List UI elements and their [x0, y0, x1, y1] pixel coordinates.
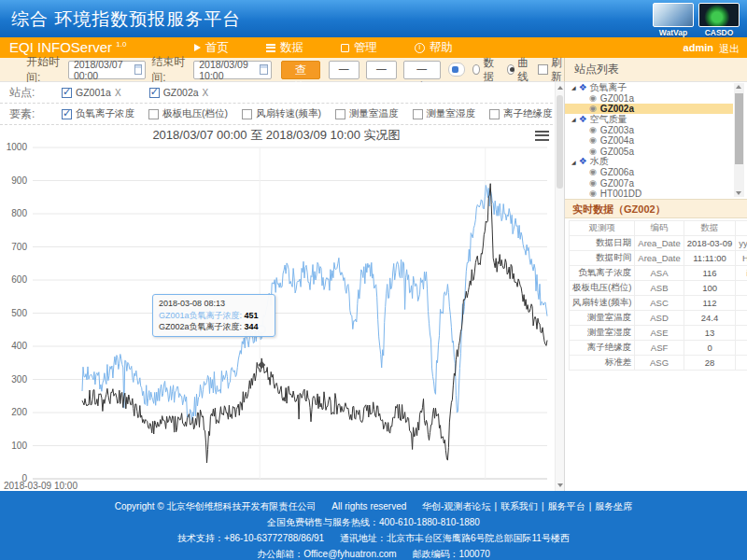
tree-station-GZ006a[interactable]: ◉GZ006a: [565, 167, 733, 177]
checkbox-icon[interactable]: [149, 88, 160, 98]
layers-diamond-icon: ❖: [579, 157, 587, 166]
element-checkbox-4[interactable]: 测量室温度: [335, 107, 399, 120]
chart-menu-icon[interactable]: [535, 131, 549, 141]
mini-toggle[interactable]: [448, 63, 466, 77]
footer-link-3[interactable]: 服务平台: [548, 501, 585, 511]
range-button-1[interactable]: 一天: [329, 61, 359, 79]
tree-group-1[interactable]: ◢❖负氧离子: [565, 82, 733, 92]
help-icon: [415, 43, 425, 53]
calendar-icon[interactable]: [134, 64, 143, 75]
range-button-3[interactable]: 一个月: [403, 61, 441, 79]
chart-canvas[interactable]: 010020030040050060070080090010002018-03-…: [0, 142, 553, 491]
remove-x-icon[interactable]: X: [115, 88, 121, 98]
checkbox-icon[interactable]: [489, 109, 500, 119]
casdo-logo[interactable]: CASDO: [698, 3, 740, 37]
station-chip-2[interactable]: GZ002aX: [149, 87, 209, 98]
station-circle-icon: ◉: [589, 189, 597, 198]
support-text: 技术支持：+86-10-63772788/86/91: [177, 533, 324, 543]
checkbox-icon[interactable]: [62, 109, 72, 119]
scroll-thumb[interactable]: [557, 95, 563, 189]
realtime-table: 观测项编码数据定义数据日期Area_Date2018-03-09yyyy-MM-…: [569, 220, 747, 371]
checkbox-icon[interactable]: [62, 88, 72, 98]
footer-link-1[interactable]: 华创-观测者论坛: [422, 501, 490, 511]
refresh-option[interactable]: 刷新: [538, 56, 564, 84]
range-button-2[interactable]: 一周: [366, 61, 397, 79]
expander-icon[interactable]: ◢: [571, 116, 576, 122]
checkbox-icon[interactable]: [148, 109, 159, 119]
tree-station-GZ001a[interactable]: ◉GZ001a: [565, 92, 733, 103]
scroll-up-icon[interactable]: [557, 86, 563, 90]
start-time-input[interactable]: 2018/03/07 00:00: [68, 61, 146, 79]
element-checkbox-1[interactable]: 负氧离子浓度: [62, 107, 134, 120]
chart-scrollbar[interactable]: [555, 82, 564, 491]
scroll-thumb[interactable]: [735, 93, 743, 164]
element-checkbox-6[interactable]: 离子绝缘度: [489, 107, 553, 120]
svg-text:1000: 1000: [7, 142, 28, 152]
nav-item-2[interactable]: 数据: [266, 40, 303, 56]
tree-station-label: GZ001a: [600, 93, 634, 104]
checkbox-icon[interactable]: [242, 109, 252, 119]
element-checkbox-3[interactable]: 风扇转速(频率): [242, 107, 321, 120]
watvap-logo-label: WatVap: [652, 28, 695, 37]
tree-station-GZ004a[interactable]: ◉GZ004a: [565, 135, 733, 146]
casdo-logo-image: [698, 3, 740, 27]
range-buttons: 一天一周一个月: [329, 61, 441, 79]
nav-item-1[interactable]: 首页: [194, 40, 229, 56]
element-checkbox-5[interactable]: 测量室湿度: [413, 107, 476, 120]
radio-icon[interactable]: [507, 64, 514, 75]
footer-link-4[interactable]: 服务坐席: [595, 501, 632, 511]
table-row: 测量室湿度ASE13%: [570, 326, 747, 341]
tree-station-GZ003a[interactable]: ◉GZ003a: [565, 125, 733, 135]
nav-item-label: 数据: [280, 40, 303, 56]
footer-link-2[interactable]: 联系我们: [500, 501, 538, 511]
tree-group-3[interactable]: ◢❖水质: [565, 157, 733, 167]
tree-station-HT001DD[interactable]: ◉HT001DD: [565, 189, 733, 199]
radio-icon[interactable]: [472, 64, 480, 75]
scroll-down-icon[interactable]: [557, 483, 563, 487]
tooltip-series-label: GZ001a负氧离子浓度:: [159, 311, 245, 320]
expander-icon[interactable]: ◢: [571, 84, 576, 91]
tooltip-value: 344: [245, 322, 259, 331]
remove-x-icon[interactable]: X: [203, 88, 209, 98]
watvap-logo[interactable]: WatVap: [652, 3, 695, 37]
table-cell: 离子绝缘度: [570, 341, 635, 356]
checkbox-icon[interactable]: [413, 109, 423, 119]
refresh-checkbox[interactable]: [538, 64, 548, 75]
table-row: 数据时间Area_Date11:11:00HH:mm:ss: [570, 251, 747, 266]
table-cell: 负氧离子浓度: [570, 266, 635, 281]
checkbox-icon[interactable]: [335, 109, 345, 119]
tree-scrollbar[interactable]: [734, 83, 744, 197]
postcode-text: 邮政编码：100070: [412, 549, 489, 559]
element-label: 测量室温度: [349, 107, 399, 120]
nav-item-3[interactable]: 管理: [341, 40, 377, 56]
element-label: 测量室湿度: [427, 107, 476, 120]
expander-icon[interactable]: ◢: [571, 159, 576, 165]
scroll-up-icon[interactable]: [736, 85, 741, 89]
tooltip-value: 451: [245, 311, 259, 320]
logout-link[interactable]: 退出: [719, 42, 740, 56]
tree-station-GZ007a[interactable]: ◉GZ007a: [565, 178, 733, 189]
table-cell: 标准差: [570, 356, 635, 371]
element-label: 极板电压(档位): [162, 107, 228, 120]
stations-row: 站点: GZ001aXGZ002aX: [0, 82, 553, 104]
table-cell: R: [736, 281, 747, 296]
column-header: 观测项: [570, 221, 635, 236]
stations-label: 站点:: [9, 85, 43, 101]
calendar-icon[interactable]: [260, 64, 268, 75]
view-option-1[interactable]: 数据: [472, 56, 498, 84]
view-option-label: 数据: [483, 56, 498, 84]
footer-line-copyright: Copyright © 北京华创维想科技开发有限责任公司 All rights …: [0, 501, 747, 512]
query-button[interactable]: 查询: [281, 61, 320, 79]
end-time-input[interactable]: 2018/03/09 10:00: [193, 61, 271, 79]
view-option-2[interactable]: 曲线: [507, 56, 532, 84]
nav-item-4[interactable]: 帮助: [415, 40, 453, 56]
layers-diamond-icon: ❖: [579, 115, 587, 124]
station-chip-1[interactable]: GZ001aX: [62, 87, 121, 98]
tree-station-label: GZ006a: [600, 167, 634, 177]
tree-group-2[interactable]: ◢❖空气质量: [565, 114, 733, 124]
element-label: 负氧离子浓度: [76, 107, 134, 120]
element-checkbox-2[interactable]: 极板电压(档位): [148, 107, 228, 120]
station-circle-icon: ◉: [589, 136, 597, 145]
scroll-down-icon[interactable]: [736, 191, 741, 195]
station-circle-icon: ◉: [589, 105, 597, 113]
